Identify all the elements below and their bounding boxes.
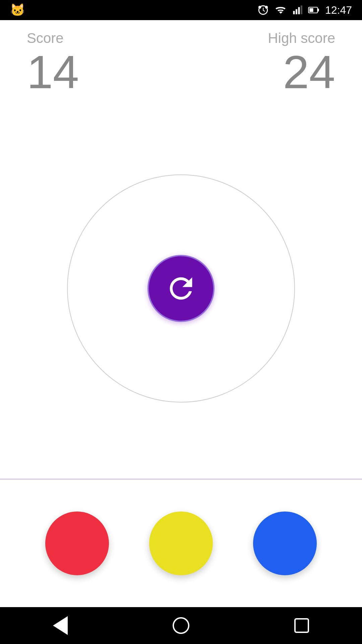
large-circle	[67, 174, 295, 402]
app-logo-icon: 🐱	[10, 3, 25, 17]
nav-bar	[0, 607, 362, 644]
color-section	[0, 480, 362, 607]
status-bar-right: 12:47	[257, 4, 352, 16]
home-button[interactable]	[169, 615, 193, 636]
blue-button[interactable]	[253, 512, 317, 575]
recents-button[interactable]	[290, 615, 313, 636]
high-score-label: High score	[268, 30, 335, 46]
score-block: Score 14	[27, 30, 79, 98]
svg-rect-8	[317, 9, 319, 12]
svg-rect-3	[296, 9, 297, 14]
svg-rect-2	[293, 11, 295, 14]
svg-point-1	[265, 6, 268, 9]
red-button[interactable]	[45, 512, 109, 575]
svg-rect-5	[301, 5, 302, 14]
svg-rect-4	[298, 7, 300, 14]
svg-point-0	[258, 6, 261, 9]
restart-button[interactable]	[147, 255, 215, 322]
svg-rect-7	[309, 8, 313, 12]
back-button[interactable]	[49, 615, 72, 636]
restart-icon	[164, 272, 198, 305]
game-area	[0, 98, 362, 479]
status-bar-left: 🐱	[10, 3, 25, 17]
recents-icon	[294, 618, 309, 633]
yellow-button[interactable]	[149, 512, 213, 575]
high-score-value: 24	[283, 46, 335, 98]
wifi-icon	[274, 4, 287, 16]
home-icon	[173, 617, 189, 634]
signal-icon	[292, 4, 302, 16]
status-bar: 🐱 12:47	[0, 0, 362, 20]
alarm-icon	[257, 4, 269, 16]
back-icon	[53, 616, 68, 635]
high-score-block: High score 24	[268, 30, 335, 98]
status-time: 12:47	[325, 4, 352, 16]
battery-icon	[308, 4, 320, 16]
score-value: 14	[27, 46, 79, 98]
score-label: Score	[27, 30, 64, 46]
score-section: Score 14 High score 24	[0, 20, 362, 98]
